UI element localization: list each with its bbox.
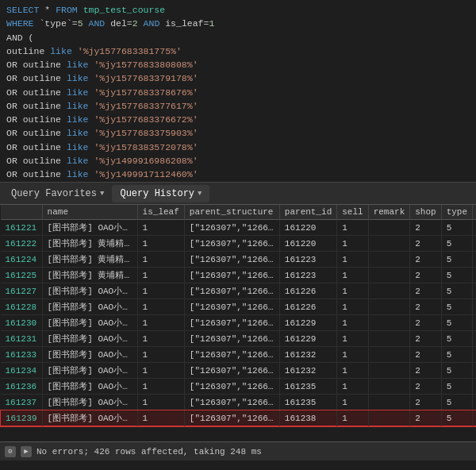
cell-is_leaf: 1 [137,236,184,252]
table-row[interactable]: 161222[图书部考] 黄埔精英直播特训营系...1["126307","12… [1,236,477,252]
sql-editor[interactable]: SELECT * FROM tmp_test_courseWHERE `type… [0,0,476,183]
tab-favorites[interactable]: Query Favorites▼ [3,185,112,202]
cell-name: [图书部考] OAO小班直播特训营系... [42,363,137,379]
col-header-type: type [441,205,472,220]
cell-name: [图书部考] OAO小班直播特训营系... [42,379,137,395]
cell-type: 5 [441,236,472,252]
table-row[interactable]: 161234[图书部考] OAO小班直播特训营系...1["126307","1… [1,363,477,379]
cell-shop: 2 [410,220,441,236]
col-header-is_leaf: is_leaf [137,205,184,220]
sql-line: outline like '%jy1577683381775%' [6,44,470,58]
cell-sell: 1 [337,220,368,236]
cell-parent_structure: ["126307","126603","161220"] [184,220,279,236]
cell-shop: 2 [410,347,441,363]
cell-type: 5 [441,220,472,236]
cell-sel [473,331,476,347]
cell-parent_structure: ["126307","126603","161226"] [184,283,279,299]
table-row[interactable]: 161236[图书部考] OAO小班直播特训营系...1["126307","1… [1,379,477,395]
cell-name: [图书部考] OAO小班直播特训营系... [42,299,137,315]
table-row[interactable]: 161224[图书部考] 黄埔精英直播特训营系...1["126307","12… [1,252,477,268]
cell-id: 161224 [1,252,43,268]
sql-line: OR outline like '%jy1577683380808%' [6,58,470,71]
cell-parent_structure: ["126307","126603","161229"] [184,315,279,331]
cell-remark [368,220,410,236]
cell-sel [473,363,476,379]
cell-shop: 2 [410,299,441,315]
cell-is_leaf: 1 [137,363,184,379]
cell-sell: 1 [337,283,368,299]
cell-type: 5 [441,395,472,410]
cell-shop: 2 [410,395,441,410]
cell-remark [368,363,410,379]
cell-is_leaf: 1 [137,252,184,268]
cell-sell: 1 [337,347,368,363]
table-row[interactable]: 161230[图书部考] OAO小班直播特训营系...1["126307","1… [1,315,477,331]
cell-is_leaf: 1 [137,315,184,331]
cell-parent_structure: ["126307","126603","161238"] [184,410,279,426]
settings-icon[interactable]: ⚙ [5,446,16,457]
cell-type: 5 [441,331,472,347]
results-container[interactable]: nameis_leafparent_structureparent_idsell… [0,205,476,441]
cell-parent_id: 161223 [279,252,336,268]
cell-parent_id: 161220 [279,220,336,236]
cell-id: 161228 [1,299,43,315]
cell-parent_id: 161220 [279,236,336,252]
cell-type: 5 [441,347,472,363]
cell-sel [473,315,476,331]
sql-line: OR outline like '%jy1577683377617%' [6,99,470,113]
col-header-parent_structure: parent_structure [184,205,279,220]
table-row[interactable]: 161228[图书部考] OAO小班直播特训营系...1["126307","1… [1,299,477,315]
cell-sel [473,299,476,315]
cell-id: 161231 [1,331,43,347]
table-row[interactable]: 161221[图书部考] OAO小班直播特训营系...1["126307","1… [1,220,477,236]
cell-type: 5 [441,410,472,426]
cell-name: [图书部考] 黄埔精英直播特训营系... [42,268,137,283]
cell-parent_id: 161232 [279,363,336,379]
table-row[interactable]: 161239[图书部考] OAO小班直播特训营系...1["126307","1… [1,410,477,426]
table-row[interactable]: 161225[图书部考] 黄埔精英直播特训营系...1["126307","12… [1,268,477,283]
cell-parent_structure: ["126307","126603","161235"] [184,395,279,410]
cell-name: [图书部考] OAO小班直播特训营系... [42,283,137,299]
cell-is_leaf: 1 [137,331,184,347]
cell-sel [473,268,476,283]
cell-remark [368,379,410,395]
run-icon[interactable]: ▶ [21,446,32,457]
table-row[interactable]: 161237[图书部考] OAO小班直播特训营系...1["126307","1… [1,395,477,410]
cell-parent_id: 161226 [279,299,336,315]
tab-history[interactable]: Query History▼ [112,185,209,202]
cell-type: 5 [441,363,472,379]
cell-shop: 2 [410,410,441,426]
col-header-shop: shop [410,205,441,220]
cell-parent_structure: ["126307","126603","161235"] [184,379,279,395]
cell-name: [图书部考] OAO小班直播特训营系... [42,331,137,347]
cell-type: 5 [441,299,472,315]
cell-sell: 1 [337,252,368,268]
col-header-id [1,205,43,220]
sql-line: OR outline like '%jy1499917112460%' [6,168,470,181]
cell-id: 161237 [1,395,43,410]
cell-sel [473,236,476,252]
cell-id: 161227 [1,283,43,299]
cell-parent_id: 161223 [279,268,336,283]
cell-shop: 2 [410,315,441,331]
table-row[interactable]: 161227[图书部考] OAO小班直播特训营系...1["126307","1… [1,283,477,299]
cell-sell: 1 [337,410,368,426]
cell-sel [473,379,476,395]
col-header-sel: sel [473,205,476,220]
table-row[interactable]: 161231[图书部考] OAO小班直播特训营系...1["126307","1… [1,331,477,347]
cell-parent_structure: ["126307","126603","161232"] [184,363,279,379]
cell-name: [图书部考] OAO小班直播特训营系... [42,410,137,426]
cell-remark [368,395,410,410]
col-header-name: name [42,205,137,220]
status-text: No errors; 426 rows affected, taking 248… [36,447,262,457]
cell-is_leaf: 1 [137,283,184,299]
cell-parent_structure: ["126307","126603","161232"] [184,347,279,363]
cell-sell: 1 [337,363,368,379]
cell-sel [473,410,476,426]
results-table: nameis_leafparent_structureparent_idsell… [0,205,476,426]
cell-id: 161233 [1,347,43,363]
cell-is_leaf: 1 [137,220,184,236]
cell-parent_structure: ["126307","126603","161220"] [184,236,279,252]
table-row[interactable]: 161233[图书部考] OAO小班直播特训营系...1["126307","1… [1,347,477,363]
sql-line: OR outline like '%jy1578383572078%' [6,141,470,154]
